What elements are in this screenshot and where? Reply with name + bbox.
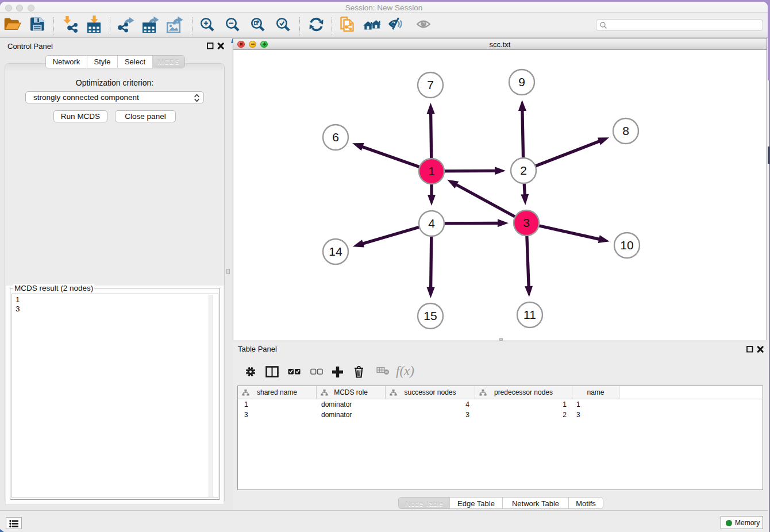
svg-text:1: 1	[428, 164, 435, 178]
svg-text:4: 4	[428, 217, 435, 230]
svg-text:10: 10	[620, 238, 633, 252]
svg-text:15: 15	[424, 309, 437, 322]
svg-text:11: 11	[523, 308, 536, 321]
svg-text:9: 9	[518, 75, 525, 88]
svg-text:6: 6	[332, 130, 339, 144]
svg-text:3: 3	[523, 216, 530, 229]
svg-text:2: 2	[520, 164, 527, 177]
svg-text:14: 14	[329, 245, 342, 258]
svg-text:7: 7	[427, 78, 434, 91]
svg-text:8: 8	[622, 124, 629, 137]
